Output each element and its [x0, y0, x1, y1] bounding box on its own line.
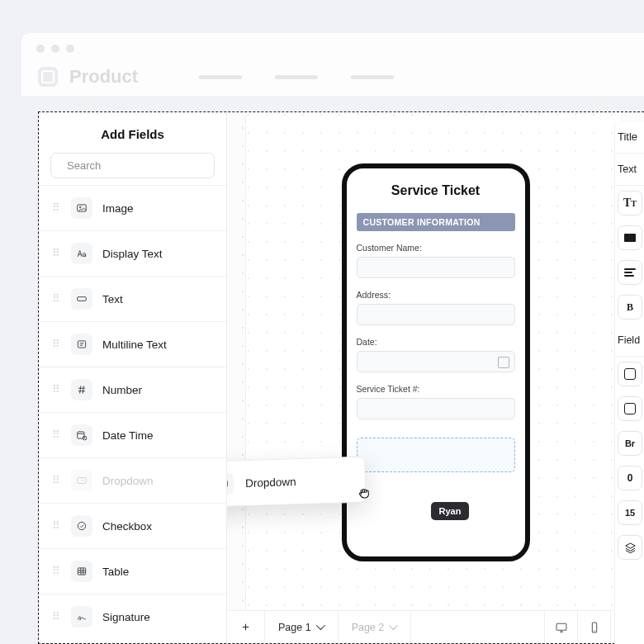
svg-point-0	[59, 165, 60, 166]
field-type-display-text[interactable]: Display Text	[39, 230, 226, 276]
field-label: Number	[102, 384, 142, 396]
search-box[interactable]	[50, 153, 215, 178]
drag-handle-icon[interactable]	[52, 615, 61, 618]
drag-handle-icon[interactable]	[52, 206, 61, 210]
field-type-date-time[interactable]: Date Time	[39, 412, 226, 457]
field-type-number[interactable]: Number	[39, 367, 226, 412]
desktop-preview-button[interactable]	[545, 611, 578, 643]
checkbox-icon	[71, 515, 92, 537]
app-title: Product	[69, 66, 138, 88]
value-15[interactable]: 15	[618, 500, 642, 525]
form-title: Service Ticket	[357, 183, 515, 198]
dropdown-icon	[71, 470, 92, 491]
date-time-icon	[71, 424, 92, 446]
field-label: Table	[102, 566, 129, 578]
chevron-down-icon	[316, 623, 324, 632]
field-label: Display Text	[102, 248, 163, 260]
ticket-number-input[interactable]	[357, 398, 515, 419]
customer-name-input[interactable]	[357, 257, 515, 278]
bold-button[interactable]: B	[618, 295, 642, 320]
drag-handle-icon	[52, 479, 61, 482]
properties-panel: Title Text TT B Field Br 0 15	[614, 122, 644, 644]
dragging-field-label: Dropdown	[245, 476, 296, 490]
text-input-icon	[71, 288, 92, 310]
date-label: Date:	[357, 337, 515, 347]
chevron-down-icon	[389, 623, 397, 632]
dropdown-icon	[227, 472, 234, 495]
field-type-dropdown-ghost: Dropdown	[39, 457, 226, 503]
border-value[interactable]: Br	[618, 431, 642, 456]
field-type-table[interactable]: Table	[39, 548, 226, 594]
svg-rect-25	[556, 623, 566, 630]
workspace: Add Fields Image Display Text Text	[38, 111, 644, 644]
value-0[interactable]: 0	[618, 466, 642, 490]
page-1-label: Page 1	[278, 622, 311, 633]
panel-field-label: Field	[615, 324, 644, 357]
field-label: Dropdown	[102, 475, 154, 487]
window-dot	[36, 45, 45, 53]
form-canvas[interactable]: Service Ticket CUSTOMER INFORMATION Cust…	[227, 112, 644, 643]
multiline-text-icon	[71, 334, 92, 355]
window-dot	[66, 45, 74, 53]
table-icon	[71, 561, 92, 582]
drag-handle-icon[interactable]	[52, 570, 61, 573]
drag-handle-icon[interactable]	[52, 524, 61, 528]
svg-rect-5	[78, 341, 85, 348]
window-dot	[51, 45, 59, 53]
page-1-tab[interactable]: Page 1	[265, 611, 339, 643]
drag-handle-icon[interactable]	[52, 252, 61, 255]
address-input[interactable]	[357, 304, 515, 325]
field-label: Image	[102, 202, 134, 215]
layers-button[interactable]	[618, 535, 642, 560]
required-checkbox[interactable]	[618, 362, 642, 386]
svg-rect-4	[78, 297, 87, 301]
field-type-checkbox[interactable]: Checkbox	[39, 503, 226, 548]
drag-handle-icon[interactable]	[52, 297, 61, 301]
signature-icon	[71, 606, 92, 627]
ticket-number-label: Service Ticket #:	[357, 384, 515, 394]
field-list: Image Display Text Text Multiline Text	[39, 185, 226, 643]
drag-handle-icon[interactable]	[52, 433, 61, 437]
field-type-text[interactable]: Text	[39, 276, 226, 321]
customer-name-label: Customer Name:	[357, 243, 515, 253]
drag-handle-icon[interactable]	[52, 343, 61, 346]
app-header: Product	[21, 53, 644, 96]
browser-window: Product	[21, 33, 644, 96]
font-family-button[interactable]: TT	[618, 191, 642, 215]
address-label: Address:	[357, 290, 515, 300]
text-align-button[interactable]	[618, 260, 642, 285]
date-input[interactable]	[357, 351, 515, 372]
add-page-button[interactable]	[227, 611, 265, 643]
readonly-checkbox[interactable]	[618, 396, 642, 421]
image-icon	[71, 197, 92, 219]
svg-line-10	[80, 386, 81, 393]
field-type-image[interactable]: Image	[39, 185, 226, 230]
fields-sidebar: Add Fields Image Display Text Text	[39, 112, 227, 643]
field-label: Checkbox	[102, 520, 152, 533]
field-label: Signature	[102, 611, 150, 623]
svg-point-16	[78, 522, 85, 529]
field-label: Multiline Text	[102, 339, 167, 351]
number-icon	[71, 379, 92, 400]
mobile-preview-button[interactable]	[578, 611, 611, 643]
page-2-label: Page 2	[352, 622, 385, 633]
svg-point-3	[79, 206, 81, 208]
field-type-multiline-text[interactable]: Multiline Text	[39, 321, 226, 367]
window-controls	[21, 45, 644, 53]
sidebar-title: Add Fields	[39, 112, 226, 153]
page-2-tab[interactable]: Page 2	[339, 611, 412, 643]
form-section-header: CUSTOMER INFORMATION	[357, 213, 515, 231]
field-type-signature[interactable]: Signature	[39, 594, 226, 639]
app-logo	[38, 67, 58, 87]
drag-handle-icon[interactable]	[52, 388, 61, 391]
panel-title-label: Title	[615, 122, 644, 154]
search-icon	[59, 160, 60, 172]
nav-placeholder	[199, 75, 394, 79]
dragging-field-card[interactable]: Dropdown	[227, 456, 367, 508]
display-text-icon	[71, 243, 92, 264]
drop-target[interactable]	[357, 438, 515, 472]
text-color-button[interactable]	[618, 225, 642, 250]
search-input[interactable]	[67, 159, 206, 172]
svg-line-11	[83, 386, 83, 393]
field-label: Date Time	[102, 429, 154, 442]
